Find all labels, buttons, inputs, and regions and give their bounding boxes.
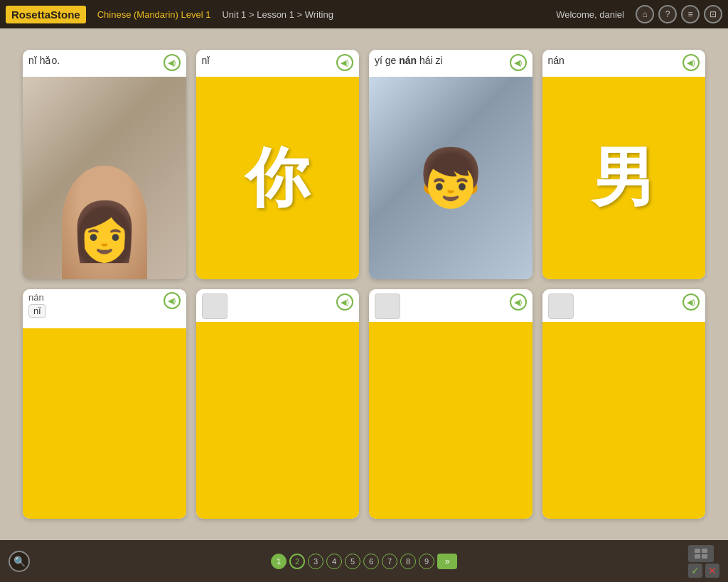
page-5-button[interactable]: 5 [345, 554, 360, 569]
card-6-header: ◀) [196, 289, 360, 322]
card-4-header: nán ◀) [542, 50, 706, 77]
card-2: nǐ ◀) 你 [196, 50, 360, 279]
welcome-text: Welcome, daniel [556, 9, 624, 20]
grid-view-button[interactable] [688, 545, 714, 562]
card-4: nán ◀) 男 [542, 50, 706, 279]
sound-icon-2: ◀) [341, 58, 349, 68]
card-8-body [542, 322, 706, 519]
card-1: nǐ hǎo. ◀) [23, 50, 186, 279]
sound-icon-6: ◀) [341, 298, 349, 307]
header-icons: ⌂ ? ≡ ⊡ [636, 5, 722, 23]
check-button[interactable]: ✓ [688, 564, 702, 578]
card-3-label: yí ge nán hái zi [375, 54, 443, 67]
menu-button[interactable]: ≡ [681, 5, 700, 23]
page-3-button[interactable]: 3 [308, 554, 323, 569]
svg-rect-1 [702, 549, 707, 553]
help-button[interactable]: ? [658, 5, 677, 23]
chinese-char-nan: 男 [592, 135, 655, 222]
header: RosettaStone Chinese (Mandarin) Level 1 … [0, 0, 728, 28]
card-8-sound-button[interactable]: ◀) [682, 293, 700, 311]
nan-label: nán [28, 292, 46, 303]
pagination: 1 2 3 4 5 6 7 8 9 » [271, 554, 457, 569]
card-3-header: yí ge nán hái zi ◀) [369, 50, 532, 77]
card-8-small-box [548, 293, 574, 319]
sound-icon-5: ◀) [168, 296, 176, 306]
card-5-body [23, 328, 186, 519]
card-2-label: nǐ [202, 54, 210, 67]
card-4-body: 男 [542, 77, 706, 279]
card-6-body [196, 322, 360, 519]
card-5-header: nán nǐ ◀) [23, 289, 186, 328]
chinese-char-ni: 你 [245, 135, 309, 222]
sound-icon-7: ◀) [514, 298, 523, 307]
page-2-button[interactable]: 2 [289, 554, 305, 569]
card-2-sound-button[interactable]: ◀) [336, 54, 353, 71]
card-2-body: 你 [196, 77, 360, 279]
card-5-labels: nán nǐ [28, 292, 46, 318]
logo: RosettaStone [6, 6, 86, 23]
page-1-button[interactable]: 1 [271, 554, 287, 569]
action-buttons: ✓ ✕ [688, 545, 719, 578]
svg-rect-2 [695, 554, 700, 559]
zoom-button[interactable]: 🔍 [9, 551, 30, 572]
card-4-label: nán [548, 54, 564, 67]
card-4-sound-button[interactable]: ◀) [682, 54, 700, 71]
close-button[interactable]: ✕ [705, 564, 719, 578]
page-6-button[interactable]: 6 [363, 554, 379, 569]
card-6-sound-button[interactable]: ◀) [336, 293, 353, 311]
card-7: ◀) [369, 289, 532, 519]
ni-box: nǐ [28, 304, 46, 318]
page-7-button[interactable]: 7 [382, 554, 397, 569]
card-3-body [369, 77, 532, 279]
card-5-header-row: nán nǐ ◀) [28, 292, 181, 318]
close-icon: ✕ [708, 565, 717, 576]
course-title: Chinese (Mandarin) Level 1 [97, 9, 211, 20]
page-8-button[interactable]: 8 [400, 554, 416, 569]
card-3: yí ge nán hái zi ◀) [369, 50, 532, 279]
page-4-button[interactable]: 4 [326, 554, 342, 569]
card-1-header: nǐ hǎo. ◀) [23, 50, 186, 77]
breadcrumb: Unit 1 > Lesson 1 > Writing [222, 9, 545, 20]
card-7-small-box [375, 293, 400, 319]
sound-icon-4: ◀) [687, 58, 695, 68]
sound-icon: ◀) [168, 58, 176, 68]
main-content: nǐ hǎo. ◀) nǐ ◀) 你 yí g [0, 28, 728, 540]
card-8: ◀) [542, 289, 706, 519]
card-1-sound-button[interactable]: ◀) [164, 54, 181, 71]
card-7-header: ◀) [369, 289, 532, 322]
card-1-body [23, 77, 186, 279]
card-5-sound-button[interactable]: ◀) [164, 292, 181, 309]
zoom-icon: 🔍 [14, 556, 26, 567]
card-2-header: nǐ ◀) [196, 50, 360, 77]
card-6-small-box [202, 293, 228, 319]
svg-rect-3 [702, 554, 707, 559]
footer: 🔍 1 2 3 4 5 6 7 8 9 » ✓ ✕ [0, 540, 728, 582]
card-7-sound-button[interactable]: ◀) [510, 293, 527, 311]
cards-grid: nǐ hǎo. ◀) nǐ ◀) 你 yí g [23, 50, 705, 519]
svg-rect-0 [695, 549, 700, 553]
expand-button[interactable]: ⊡ [704, 5, 722, 23]
boy-photo [369, 77, 532, 279]
page-9-button[interactable]: 9 [419, 554, 434, 569]
card-3-sound-button[interactable]: ◀) [510, 54, 527, 71]
card-6: ◀) [196, 289, 360, 519]
card-5: nán nǐ ◀) [23, 289, 186, 519]
woman-photo [23, 77, 186, 279]
card-1-label: nǐ hǎo. [28, 54, 60, 67]
card-7-body [369, 322, 532, 519]
card-8-header: ◀) [542, 289, 706, 322]
home-button[interactable]: ⌂ [636, 5, 654, 23]
grid-icon [694, 548, 708, 559]
next-page-button[interactable]: » [437, 554, 457, 569]
sound-icon-3: ◀) [514, 58, 523, 68]
check-icon: ✓ [691, 565, 700, 576]
sound-icon-8: ◀) [687, 298, 695, 307]
